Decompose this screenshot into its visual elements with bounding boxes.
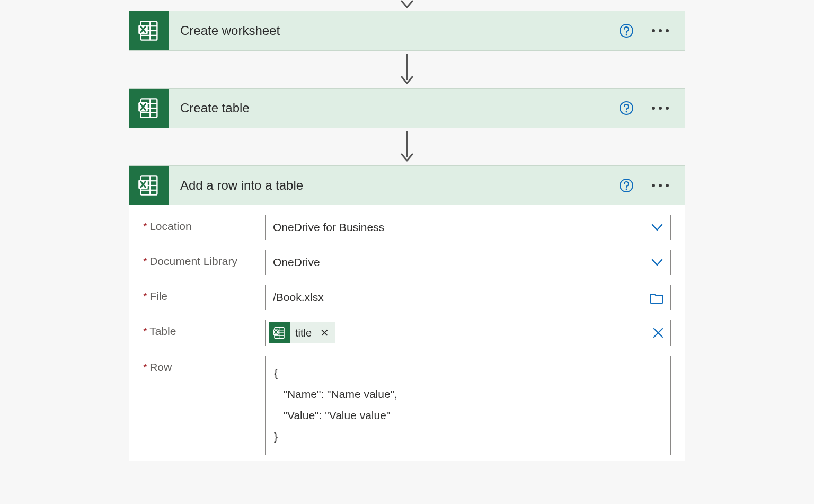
token-remove-icon[interactable]: ✕ [320, 326, 329, 339]
doclib-select[interactable]: OneDrive [265, 250, 671, 275]
excel-icon [129, 166, 169, 205]
step-add-row: Add a row into a table *Location OneDriv… [129, 165, 685, 461]
label-row: *Row [143, 356, 265, 374]
step-form: *Location OneDrive for Business *Documen… [129, 205, 685, 461]
step-title: Create table [169, 101, 619, 116]
table-input[interactable]: title ✕ [265, 320, 671, 346]
step-create-worksheet[interactable]: Create worksheet [129, 11, 685, 51]
chevron-down-icon [650, 220, 664, 234]
more-menu-icon[interactable] [652, 29, 669, 32]
flow-arrow-incoming [399, 0, 415, 11]
step-header[interactable]: Add a row into a table [129, 166, 685, 205]
help-icon[interactable] [619, 23, 634, 38]
file-value: /Book.xlsx [273, 291, 644, 304]
excel-icon [269, 322, 290, 343]
flow-arrow [399, 51, 415, 88]
token-label: title [295, 327, 312, 339]
table-dynamic-token[interactable]: title ✕ [269, 322, 335, 343]
label-file: *File [143, 285, 265, 303]
location-value: OneDrive for Business [273, 221, 645, 234]
flow-arrow [399, 128, 415, 165]
more-menu-icon[interactable] [652, 107, 669, 110]
label-table: *Table [143, 320, 265, 338]
step-title: Add a row into a table [169, 178, 619, 193]
more-menu-icon[interactable] [652, 184, 669, 187]
folder-icon[interactable] [649, 291, 664, 304]
help-icon[interactable] [619, 178, 634, 193]
step-title: Create worksheet [169, 23, 619, 38]
step-create-table[interactable]: Create table [129, 88, 685, 128]
label-doclib: *Document Library [143, 250, 265, 268]
excel-icon [129, 89, 169, 128]
location-select[interactable]: OneDrive for Business [265, 215, 671, 240]
doclib-value: OneDrive [273, 256, 645, 269]
help-icon[interactable] [619, 101, 634, 116]
excel-icon [129, 11, 169, 50]
clear-icon[interactable] [652, 327, 664, 339]
label-location: *Location [143, 215, 265, 233]
chevron-down-icon [650, 255, 664, 269]
file-input[interactable]: /Book.xlsx [265, 285, 671, 310]
row-json-input[interactable]: { "Name": "Name value", "Value": "Value … [265, 356, 671, 455]
